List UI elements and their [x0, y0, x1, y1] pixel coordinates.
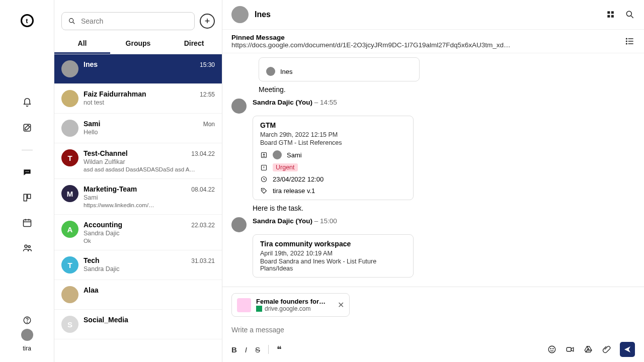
remove-attachment-button[interactable]: ✕: [338, 300, 344, 310]
italic-button[interactable]: I: [245, 345, 247, 354]
attachment-chip[interactable]: Female founders for… drive.google.com ✕: [231, 293, 350, 317]
compose-icon[interactable]: [22, 123, 32, 133]
header-avatar[interactable]: [231, 6, 249, 23]
chat-preview: Sami: [84, 194, 215, 201]
chat-avatar: M: [61, 185, 78, 202]
svg-point-25: [548, 346, 555, 353]
chat-time: 08.04.22: [191, 186, 215, 193]
chat-item[interactable]: Faiz Faidurrahman12:55 not test: [54, 84, 222, 114]
priority-badge: Urgent: [273, 163, 298, 171]
chat-extra: https://www.linkedin.com/…: [84, 202, 215, 208]
avatar[interactable]: [231, 99, 247, 114]
chat-item[interactable]: S Social_Media: [54, 310, 222, 339]
chat-item[interactable]: T Test-Channel13.04.22 Wildan Zulfikar a…: [54, 143, 222, 179]
tag-icon: [260, 187, 268, 195]
chat-time: 31.03.21: [191, 257, 215, 264]
avatar: [273, 150, 282, 159]
paperclip-icon[interactable]: [602, 345, 611, 354]
help-icon[interactable]: [23, 316, 32, 325]
message-input[interactable]: [231, 322, 635, 342]
svg-point-7: [25, 245, 27, 247]
chat-item[interactable]: A Accounting22.03.22 Sandra Dajic Ok: [54, 215, 222, 250]
svg-rect-5: [27, 194, 30, 198]
bold-button[interactable]: B: [231, 345, 237, 354]
list-icon[interactable]: [625, 36, 635, 46]
search-box[interactable]: [61, 12, 195, 30]
chat-name: Ines: [84, 60, 98, 68]
svg-rect-15: [611, 15, 614, 18]
avatar: [266, 67, 275, 76]
message-author: Sandra Dajic (You): [253, 217, 312, 225]
task-card-gtm[interactable]: GTM March 29th, 2022 12:15 PM Board GTM …: [253, 116, 414, 200]
chat-name: Test-Channel: [84, 149, 128, 157]
tab-groups[interactable]: Groups: [110, 33, 166, 54]
svg-point-27: [553, 348, 553, 349]
people-icon[interactable]: [22, 243, 32, 253]
svg-point-24: [263, 190, 263, 190]
svg-rect-28: [567, 347, 571, 351]
message: Sandra Dajic (You) – 15:00: [231, 217, 635, 232]
composer: Female founders for… drive.google.com ✕ …: [222, 287, 644, 362]
video-icon[interactable]: [566, 345, 575, 354]
pinned-label: Pinned Message: [231, 34, 625, 41]
svg-rect-13: [611, 11, 614, 14]
card-title: GTM: [260, 121, 406, 129]
svg-point-2: [27, 171, 28, 172]
task-card-community[interactable]: Tira community workspace April 19th, 202…: [253, 234, 414, 278]
apps-icon[interactable]: [606, 10, 616, 20]
chat-name: Faiz Faidurrahman: [84, 90, 146, 98]
clock-icon: [260, 175, 268, 183]
tab-direct[interactable]: Direct: [166, 33, 222, 54]
chat-item[interactable]: SamiMon Hello: [54, 114, 222, 143]
message-list[interactable]: Ines Meeting. Sandra Dajic (You) – 14:55…: [222, 53, 644, 287]
app-logo[interactable]: t: [21, 14, 34, 27]
pinned-bar[interactable]: Pinned Message https://docs.google.com/d…: [222, 30, 644, 53]
card-board: Board GTM - List References: [260, 139, 406, 146]
chat-icon[interactable]: [22, 167, 32, 177]
chat-name: Marketing-Team: [84, 185, 137, 193]
chat-header: Ines: [222, 0, 644, 30]
card-date: April 19th, 2022 10:19 AM: [260, 250, 406, 257]
chat-extra: asd asd asdasd DasdASDASDaSd asd A…: [84, 166, 215, 172]
svg-point-21: [263, 154, 265, 155]
chat-time: 22.03.22: [191, 222, 215, 229]
task-card-partial[interactable]: Ines: [259, 57, 420, 81]
pinned-url[interactable]: https://docs.google.com/document/d/1E-2O…: [231, 41, 513, 49]
person-icon: [260, 151, 268, 159]
chat-item[interactable]: Alaa: [54, 280, 222, 310]
message-time: – 14:55: [314, 99, 337, 106]
workspace-avatar[interactable]: [21, 329, 33, 341]
emoji-icon[interactable]: [547, 345, 556, 354]
format-toolbar: B I S ❝: [231, 342, 635, 357]
new-chat-button[interactable]: +: [200, 14, 215, 29]
quote-button[interactable]: ❝: [277, 344, 282, 355]
svg-rect-12: [607, 11, 610, 14]
chat-extra: Ok: [84, 238, 215, 244]
board-icon[interactable]: [22, 193, 32, 203]
drive-attach-icon[interactable]: [584, 345, 593, 354]
svg-point-16: [626, 11, 631, 16]
chat-avatar: [61, 90, 78, 107]
rail-bottom: tira: [21, 316, 33, 352]
svg-rect-14: [607, 15, 610, 18]
chat-item[interactable]: M Marketing-Team08.04.22 Sami https://ww…: [54, 179, 222, 215]
search-header-icon[interactable]: [625, 10, 635, 20]
chat-item[interactable]: T Tech31.03.21 Sandra Dajic: [54, 250, 222, 280]
chat-preview: Sandra Dajic: [84, 265, 215, 273]
search-input[interactable]: [81, 17, 188, 25]
workspace-name[interactable]: tira: [23, 345, 31, 352]
calendar-icon[interactable]: [22, 218, 32, 228]
chat-preview: Hello: [84, 129, 215, 136]
chat-item[interactable]: Ines15:30: [54, 54, 222, 84]
attachment-thumb: [237, 298, 251, 312]
tab-all[interactable]: All: [54, 33, 110, 54]
avatar[interactable]: [231, 217, 247, 232]
tag: tira release v.1: [273, 187, 315, 195]
message-text: Meeting.: [259, 85, 635, 94]
chat-list[interactable]: Ines15:30 Faiz Faidurrahman12:55 not tes…: [54, 54, 222, 362]
strike-button[interactable]: S: [255, 345, 260, 354]
svg-point-10: [27, 322, 27, 322]
bell-icon[interactable]: [22, 98, 32, 108]
send-button[interactable]: [620, 342, 635, 357]
card-title: Tira community workspace: [260, 240, 406, 248]
